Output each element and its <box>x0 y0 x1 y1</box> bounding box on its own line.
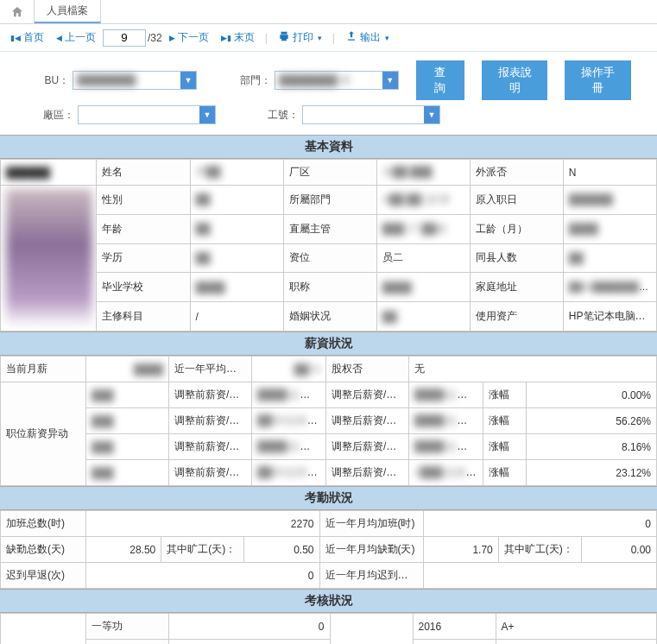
export-icon <box>345 30 357 45</box>
table-row: 职位薪资异动 ███ 调整前薪资/职位████/品管事务员 调整后薪资/职位██… <box>1 382 657 408</box>
table-row: ███ 调整前薪资/职位████/品保事务员 调整后薪资/职位████/品保事务… <box>1 434 657 460</box>
separator: | <box>332 32 335 44</box>
avatar <box>6 189 92 327</box>
section-salary-header: 薪資狀況 <box>0 331 657 356</box>
bu-label: BU： <box>26 73 73 88</box>
section-attend-header: 考勤狀況 <box>0 486 657 510</box>
last-icon: ▶▮ <box>221 34 231 42</box>
print-icon <box>278 30 290 45</box>
separator: | <box>265 32 268 44</box>
table-row: 性別██ 所屬部門A██ ██ QE课 原入职日██████ <box>1 186 657 215</box>
table-row: 年龄██ 直屬主管███ 27 ██旭 工龄（月）████ <box>1 214 657 243</box>
bu-select[interactable]: ████████ ▼ <box>73 71 197 90</box>
attend-table: 加班总数(时) 2270 近一年月均加班(时) 0 缺勤总数(天)28.50 其… <box>0 510 657 589</box>
plant-value: 东██ ███ <box>376 160 470 186</box>
next-icon: ▶ <box>169 34 175 42</box>
emp-label: 工號： <box>250 108 302 123</box>
table-row: 当前月薪 ████ 近一年平均月薪 ██74 股权否 无 <box>1 357 657 382</box>
tab-document[interactable]: 人員檔案 <box>35 0 101 23</box>
last-page-button[interactable]: ▶▮ 末页 <box>216 28 260 47</box>
salary-table: 当前月薪 ████ 近一年平均月薪 ██74 股权否 无 职位薪资异动 ███ … <box>0 356 657 486</box>
table-row: ███ 调整前薪资/职位██40/品管事务员 调整后薪资/职位2███/品保事务… <box>1 460 657 486</box>
prev-page-button[interactable]: ◀ 上一页 <box>51 28 101 47</box>
table-row: 主修科目/ 婚姻状况██ 使用资产HP笔记本电脑DV4... <box>1 302 657 331</box>
prev-icon: ◀ <box>56 34 62 42</box>
chevron-down-icon: ▼ <box>180 72 196 89</box>
table-row: 二等功0 2015 <box>1 640 657 645</box>
name-value: 罗██ <box>190 160 283 186</box>
section-assess-header: 考核狀況 <box>0 589 657 613</box>
chevron-down-icon: ▼ <box>199 106 215 123</box>
table-row: 一等功0 2016A+ <box>1 614 657 640</box>
table-row: 迟到早退(次) 0 近一年月均迟到早退(次) <box>1 563 657 589</box>
table-row: 毕业学校████ 职称████ 家庭地址██省████████████ <box>1 273 657 302</box>
basic-table: ██████ 姓名 罗██ 厂区 东██ ███ 外派否 N 性別██ 所屬部門… <box>0 159 657 331</box>
expat-label: 外派否 <box>470 160 563 186</box>
next-page-button[interactable]: ▶ 下一页 <box>164 28 214 47</box>
query-button[interactable]: 查詢 <box>416 60 464 100</box>
tab-label: 人員檔案 <box>47 3 88 18</box>
plant-label: 廠區： <box>26 108 78 123</box>
export-button[interactable]: 输出 ▾ <box>340 28 395 47</box>
plant-label: 厂区 <box>283 160 376 186</box>
pager-toolbar: ▮◀ 首页 ◀ 上一页 /32 ▶ 下一页 ▶▮ 末页 | 打印 ▾ | 输出 … <box>0 24 657 52</box>
section-basic-header: 基本資料 <box>0 135 657 159</box>
table-row: 缺勤总数(天)28.50 其中旷工(天)：0.50 近一年月均缺勤(天)1.70… <box>1 537 657 563</box>
page-input[interactable] <box>103 29 146 47</box>
first-page-button[interactable]: ▮◀ 首页 <box>5 28 49 47</box>
emp-select[interactable]: ▼ <box>302 105 440 124</box>
tab-home[interactable] <box>0 0 35 23</box>
assess-table: 一等功0 2016A+ 二等功0 2015 <box>0 613 657 644</box>
report-desc-button[interactable]: 报表說明 <box>482 60 548 100</box>
table-row: 加班总数(时) 2270 近一年月均加班(时) 0 <box>1 511 657 537</box>
chevron-down-icon: ▾ <box>385 34 389 42</box>
home-icon <box>10 5 24 19</box>
plant-select[interactable]: ▼ <box>78 105 216 124</box>
manual-button[interactable]: 操作手冊 <box>565 60 631 100</box>
chevron-down-icon: ▼ <box>382 72 398 89</box>
first-icon: ▮◀ <box>10 34 21 42</box>
name-label: 姓名 <box>97 160 190 186</box>
table-row: 学历██ 资位员二 同县人数██ <box>1 243 657 273</box>
filter-panel: BU： ████████ ▼ 部門： ████████ 课 ▼ 查詢 报表說明 … <box>0 52 657 135</box>
print-button[interactable]: 打印 ▾ <box>273 28 327 47</box>
avatar-cell <box>1 186 97 331</box>
table-row: ██████ 姓名 罗██ 厂区 东██ ███ 外派否 N <box>1 160 657 186</box>
tab-bar: 人員檔案 <box>0 0 657 24</box>
chevron-down-icon: ▼ <box>424 106 439 123</box>
dept-select[interactable]: ████████ 课 ▼ <box>275 71 399 90</box>
table-row: ███ 调整前薪资/职位██50/品保事务员 调整后薪资/职位████/品保事务… <box>1 408 657 434</box>
dept-label: 部門： <box>228 73 275 88</box>
expat-value: N <box>563 160 656 186</box>
page-total: /32 <box>148 32 162 44</box>
chevron-down-icon: ▾ <box>318 34 322 42</box>
